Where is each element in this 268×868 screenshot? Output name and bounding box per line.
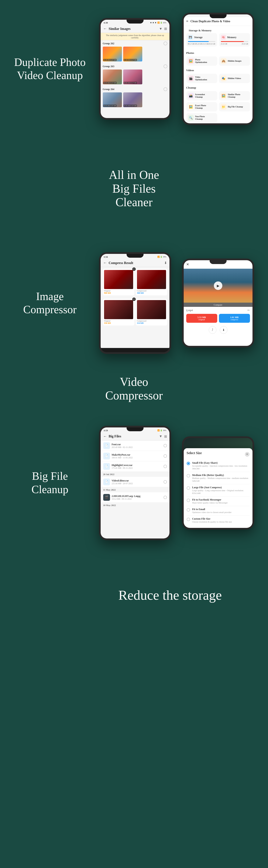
file-info-videoeditor: VideoEditor.rar 225.44 MB · 20-07-2022	[112, 479, 163, 485]
big-files-filter-icon[interactable]: ▼	[159, 434, 162, 438]
photo-optimization-card[interactable]: 🖼️ PhotoOptimization	[186, 56, 217, 66]
compress-x-2[interactable]: ✕	[132, 298, 136, 301]
edit-icon[interactable]: ✏	[247, 309, 250, 312]
big-files-grid-icon[interactable]: ⊞	[164, 434, 167, 438]
file-circle-highlight-mpg[interactable]	[163, 496, 167, 499]
photo-1-meta: 02-29-2023 6.37 MB	[103, 59, 116, 61]
size-option-small[interactable]: Small File (Easy Share) Acceptable quali…	[187, 460, 249, 472]
file-date-highlightcover: 175.45 MB · 09-11-2022	[112, 467, 163, 469]
section-duplicate-photo: Duplicate Photo Video Cleanup 4:30 ◾◾◾ 📶…	[0, 0, 268, 138]
size-option-medium[interactable]: Medium File (Better Quality) Medium qual…	[187, 472, 249, 484]
size-option-large[interactable]: Large File (Just Compress) Large quality…	[187, 484, 249, 497]
big-files-back-icon[interactable]: ←	[103, 434, 107, 439]
radio-custom[interactable]	[187, 518, 190, 521]
storage-memory-label: Storage & Memory	[186, 28, 250, 33]
storage-row: 💾 Storage 80.2 GB 105.4 GB 21.6 GB	[186, 33, 250, 46]
radio-small[interactable]	[187, 462, 190, 465]
storage-card-header: 💾 Storage	[188, 35, 215, 40]
group-264-circle[interactable]	[163, 87, 167, 91]
radio-large[interactable]	[187, 486, 190, 490]
file-item-font: 📄 Font.rar 203.49 MB · 02-11-2022	[101, 440, 169, 451]
phone-1-header: ← Similar Images ▼ ⊞	[101, 25, 169, 33]
radio-medium[interactable]	[187, 474, 190, 477]
big-file-cleanup-card[interactable]: 📁 Big File Cleanup	[219, 102, 250, 112]
app-header-bar: ≡ Clean Duplicate Photo & Video	[184, 17, 252, 26]
result-spacer	[246, 262, 250, 267]
photo-4-meta: 02-03-2023 6.37 MB	[124, 82, 137, 84]
photo-thumb-5[interactable]: 02-03-2023 5.97 MB	[103, 92, 122, 107]
compress-size-original-1: 960 KB	[104, 292, 133, 294]
video-optimization-card[interactable]: 🎬 VideoOptimization	[186, 74, 217, 83]
result-close-icon[interactable]: ✕	[186, 262, 189, 267]
photo-thumb-6[interactable]: 02-03-2023 5.97 MB	[123, 92, 142, 107]
video-compressor-title: Video Compressor	[93, 375, 175, 402]
compressed-size-btn[interactable]: 1.01 MB compress	[219, 314, 250, 323]
photo-6-meta: 02-03-2023 5.97 MB	[124, 105, 137, 107]
non-photo-icon: 🔍	[188, 115, 194, 121]
compress-back-icon[interactable]: ←	[103, 261, 107, 265]
photo-thumb-4[interactable]: 02-03-2023 6.37 MB	[123, 69, 142, 84]
download-icon[interactable]: ⬇	[164, 261, 167, 265]
storage-card-title: Storage	[194, 36, 203, 39]
compress-x-1[interactable]: ✕	[132, 268, 136, 271]
phone-1-icons: ◾◾◾ 📶 🔋 43%	[150, 22, 166, 24]
back-arrow-icon[interactable]: ←	[103, 27, 107, 31]
photo-thumb-1[interactable]: 02-29-2023 6.37 MB	[103, 46, 122, 61]
non-photo-cleanup-card[interactable]: 🔍 Non-PhotoCleanup	[186, 113, 217, 123]
file-circle-videoeditor[interactable]	[163, 480, 167, 484]
radio-fb-messenger[interactable]	[187, 499, 190, 502]
group-264-header: Group 264	[101, 86, 169, 92]
section-1-text: Duplicate Photo Video Cleanup	[13, 56, 93, 82]
hidden-videos-card[interactable]: 🎭 Hidden Videos	[219, 74, 250, 83]
file-name-highlight-mpg: 2.HIGHLIGHT.aep 1.mpg	[112, 495, 163, 498]
file-circle-font[interactable]	[163, 444, 167, 447]
size-option-email[interactable]: Fit to Email Optimizes video size to cho…	[187, 506, 249, 516]
file-icon-highlight-mpg: 🎬	[103, 494, 110, 501]
screenshot-cleanup-card[interactable]: 📸 ScreenshotCleanup	[186, 91, 217, 100]
compress-card-original-2: ✕ Original 336 KB	[103, 299, 134, 326]
size-option-custom[interactable]: Custom File Size Choose resolution & qua…	[187, 516, 249, 525]
hamburger-icon[interactable]: ≡	[186, 19, 188, 24]
group-262-photos: 02-29-2023 6.37 MB 02-29-2023 6.37 MB	[101, 46, 169, 63]
share-action-btn[interactable]: ⤴	[209, 326, 216, 334]
app-header-title: Clean Duplicate Photo & Video	[190, 20, 230, 23]
compress-label-original-1: Original	[104, 290, 133, 292]
play-button[interactable]: ▶	[214, 281, 222, 290]
size-option-fb-messenger[interactable]: Fit to Facebook Messenger Share better q…	[187, 497, 249, 506]
download-action-btn[interactable]: ⬇	[220, 326, 227, 334]
phone-allinone-container: ≡ Clean Duplicate Photo & Video Storage …	[177, 13, 260, 125]
info-banner: The similarity judgement comes from the …	[101, 33, 169, 40]
compress-card-original-1: ✕ Original 960 KB	[103, 269, 134, 296]
file-date-font: 203.49 MB · 02-11-2022	[112, 446, 163, 448]
size-option-custom-title: Custom File Size	[192, 517, 249, 521]
group-264-label: Group 264	[103, 88, 114, 91]
compress-size-compressed-1: 368 KB	[137, 292, 166, 294]
big-file-label: Big File Cleanup	[228, 105, 243, 108]
radio-email[interactable]	[187, 508, 190, 512]
hidden-images-card[interactable]: 🙈 Hidden Images	[219, 56, 250, 66]
storage-bar	[188, 41, 215, 42]
compare-bar[interactable]: Compare	[184, 303, 252, 307]
filter-icon[interactable]: ▼	[159, 27, 162, 31]
modal-close-btn[interactable]: ✕	[245, 452, 249, 457]
big-files-time: 3:59	[104, 429, 108, 432]
cleanup-features-grid: 📸 ScreenshotCleanup 🖼️ Similar PhotoClea…	[184, 90, 252, 123]
size-option-email-desc: Optimizes video size to chosen email pro…	[192, 511, 249, 514]
compress-label-compressed-1: Compressed	[137, 290, 166, 292]
similar-photo-cleanup-card[interactable]: 🖼️ Similar PhotoCleanup	[219, 91, 250, 100]
group-264-photos: 02-03-2023 5.97 MB 02-03-2023 5.97 MB	[101, 92, 169, 109]
exact-photo-cleanup-card[interactable]: 🖼️ Exact PhotoCleanup	[186, 102, 217, 112]
compress-time: 3:56	[104, 255, 108, 258]
original-size-btn[interactable]: 5.53 MB original	[186, 314, 217, 323]
photo-thumb-2[interactable]: 02-29-2023 6.37 MB	[123, 46, 142, 61]
page-wrapper: Duplicate Photo Video Cleanup 4:30 ◾◾◾ 📶…	[0, 0, 268, 636]
file-circle-makemypost[interactable]	[163, 454, 167, 458]
grid-icon[interactable]: ⊞	[164, 27, 167, 31]
compress-screen: ← Compress Result ⬇ ✕ Original 960 KB	[101, 259, 169, 348]
file-circle-highlightcover[interactable]	[163, 465, 167, 468]
date-divider-may11: 11 May 2022	[101, 487, 169, 492]
memory-used: 21.6 GB	[221, 43, 227, 45]
group-263-circle[interactable]	[163, 64, 167, 68]
group-262-circle[interactable]	[163, 41, 167, 45]
photo-thumb-3[interactable]: 02-03-2023 6.37 MB	[103, 69, 122, 84]
